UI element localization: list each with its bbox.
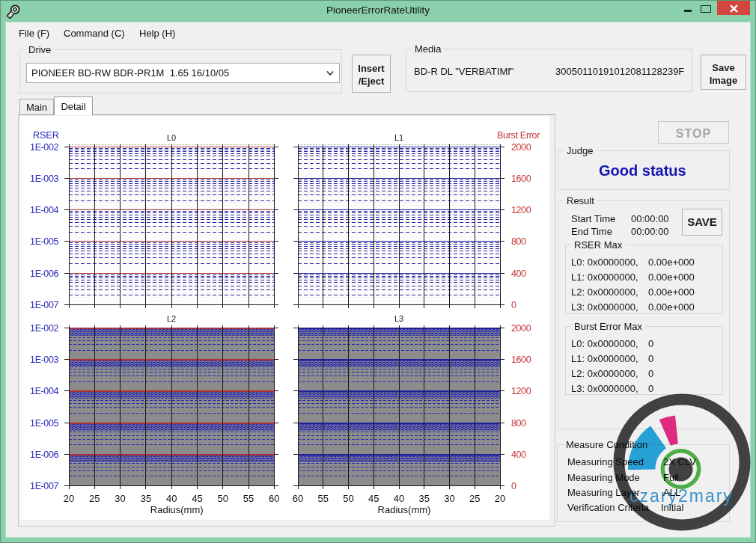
svg-text:1200: 1200	[511, 386, 531, 396]
svg-text:1E-006: 1E-006	[30, 269, 58, 279]
svg-text:55: 55	[243, 493, 254, 504]
svg-text:1E-006: 1E-006	[30, 450, 58, 460]
svg-text:40: 40	[166, 493, 177, 504]
svg-text:L3: L3	[394, 314, 403, 323]
svg-text:1E-007: 1E-007	[30, 481, 58, 491]
svg-text:Radius(mm): Radius(mm)	[378, 504, 431, 515]
svg-text:45: 45	[192, 493, 202, 504]
svg-text:35: 35	[141, 493, 151, 504]
svg-text:Burst Error: Burst Error	[497, 130, 540, 141]
svg-text:20: 20	[495, 493, 505, 504]
svg-text:2000: 2000	[511, 323, 531, 334]
svg-text:45: 45	[368, 493, 379, 504]
svg-text:1E-002: 1E-002	[30, 142, 58, 153]
svg-text:1E-004: 1E-004	[30, 386, 58, 396]
svg-text:2000: 2000	[511, 142, 531, 153]
svg-text:1E-003: 1E-003	[30, 355, 58, 365]
svg-text:1600: 1600	[511, 174, 531, 184]
svg-text:RSER: RSER	[33, 130, 59, 141]
svg-text:L2: L2	[167, 314, 176, 323]
svg-text:1E-004: 1E-004	[30, 205, 58, 215]
svg-text:1E-007: 1E-007	[30, 300, 58, 310]
svg-text:40: 40	[394, 493, 404, 504]
svg-text:L1: L1	[394, 133, 403, 142]
svg-text:Radius(mm): Radius(mm)	[150, 504, 204, 515]
svg-text:0: 0	[511, 481, 516, 491]
svg-text:50: 50	[217, 493, 228, 504]
svg-text:L0: L0	[167, 133, 176, 142]
svg-text:1E-005: 1E-005	[30, 418, 58, 429]
svg-text:1600: 1600	[511, 355, 531, 365]
svg-text:0: 0	[511, 300, 516, 310]
svg-text:1E-005: 1E-005	[30, 236, 58, 247]
svg-text:1E-002: 1E-002	[30, 323, 58, 334]
svg-text:35: 35	[419, 493, 430, 504]
svg-text:50: 50	[343, 493, 353, 504]
svg-text:czary2mary: czary2mary	[630, 486, 734, 506]
svg-text:400: 400	[511, 269, 526, 279]
svg-text:55: 55	[318, 493, 329, 504]
svg-text:800: 800	[511, 236, 526, 247]
svg-text:25: 25	[469, 493, 480, 504]
svg-text:60: 60	[293, 493, 303, 504]
svg-text:20: 20	[64, 493, 74, 504]
svg-text:30: 30	[115, 493, 125, 504]
svg-text:25: 25	[89, 493, 100, 504]
svg-text:400: 400	[511, 450, 526, 460]
svg-text:60: 60	[269, 493, 279, 504]
svg-text:1E-003: 1E-003	[30, 174, 58, 184]
svg-text:800: 800	[511, 418, 526, 429]
svg-text:30: 30	[444, 493, 454, 504]
svg-text:1200: 1200	[511, 205, 531, 215]
